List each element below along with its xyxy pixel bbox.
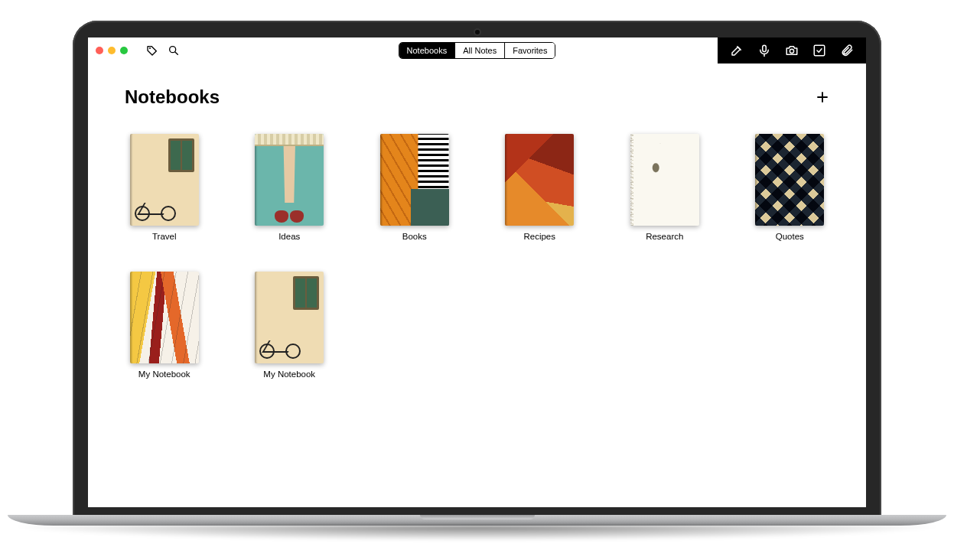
window-left-controls	[96, 44, 180, 57]
notebook-mynotebook-1[interactable]: My Notebook	[125, 272, 204, 379]
view-segmented-control: Notebooks All Notes Favorites	[399, 42, 556, 59]
minimize-window-button[interactable]	[108, 47, 116, 54]
svg-point-0	[149, 47, 151, 49]
notebook-cover	[255, 272, 324, 363]
add-notebook-button[interactable]	[816, 90, 829, 104]
notebook-books[interactable]: Books	[375, 134, 454, 241]
app-window: Notebooks All Notes Favorites	[88, 37, 866, 507]
svg-point-5	[790, 49, 793, 53]
notebook-cover	[130, 272, 199, 363]
svg-rect-6	[814, 45, 825, 56]
top-toolbar: Notebooks All Notes Favorites	[88, 37, 866, 63]
notebook-cover	[380, 134, 449, 226]
notebook-research[interactable]: Research	[625, 134, 705, 241]
page-header: Notebooks	[88, 63, 866, 116]
notebook-cover	[630, 134, 699, 226]
checklist-icon[interactable]	[812, 44, 826, 57]
notebook-label: Travel	[152, 232, 177, 241]
notebook-cover	[505, 134, 574, 226]
webcam	[475, 30, 480, 34]
svg-rect-3	[763, 45, 767, 51]
tab-notebooks[interactable]: Notebooks	[399, 43, 455, 58]
notebook-ideas[interactable]: Ideas	[250, 134, 330, 241]
notebook-label: Ideas	[278, 232, 300, 241]
notebook-cover	[255, 134, 324, 226]
notebook-label: Quotes	[776, 232, 804, 241]
camera-icon[interactable]	[785, 44, 799, 57]
laptop-base	[8, 515, 946, 526]
attachment-icon[interactable]	[840, 44, 854, 57]
tag-icon[interactable]	[146, 44, 158, 57]
notebook-recipes[interactable]: Recipes	[500, 134, 580, 241]
laptop-frame: Notebooks All Notes Favorites	[73, 21, 881, 526]
notebook-quotes[interactable]: Quotes	[751, 134, 830, 241]
svg-line-2	[175, 52, 178, 55]
notebooks-grid: Travel Ideas Books Recipes	[88, 116, 866, 397]
compose-icon[interactable]	[730, 44, 744, 57]
notebook-label: Books	[402, 232, 427, 241]
laptop-shadow	[8, 526, 946, 541]
notebook-label: Research	[646, 232, 683, 241]
tab-all-notes[interactable]: All Notes	[454, 43, 504, 58]
notebook-travel[interactable]: Travel	[125, 134, 204, 241]
notebook-cover	[130, 134, 199, 226]
notebook-cover	[755, 134, 824, 226]
tab-favorites[interactable]: Favorites	[504, 43, 555, 58]
notebook-mynotebook-2[interactable]: My Notebook	[250, 272, 330, 379]
screen-bezel: Notebooks All Notes Favorites	[73, 21, 881, 516]
page-title: Notebooks	[125, 86, 220, 108]
traffic-lights	[96, 47, 128, 54]
notebook-label: My Notebook	[138, 370, 190, 379]
notebook-label: My Notebook	[263, 370, 315, 379]
notebook-label: Recipes	[523, 232, 555, 241]
search-icon[interactable]	[168, 44, 180, 57]
zoom-window-button[interactable]	[120, 47, 128, 54]
close-window-button[interactable]	[96, 47, 103, 54]
quick-actions-toolbar	[718, 37, 866, 63]
microphone-icon[interactable]	[757, 44, 771, 57]
